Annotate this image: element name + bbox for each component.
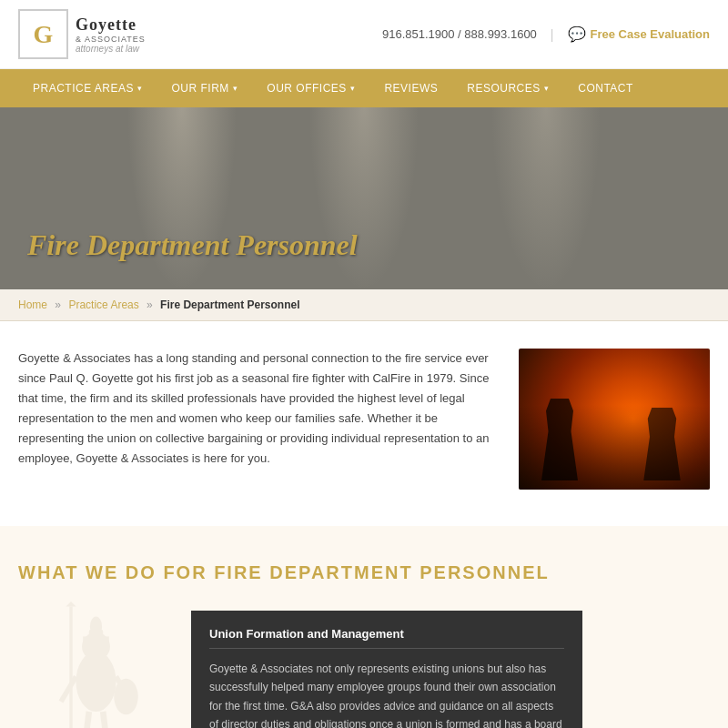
logo-firm-name: Goyette [76,15,146,35]
nav-our-offices[interactable]: OUR OFFICES ▾ [252,69,369,107]
svg-point-6 [90,617,102,637]
breadcrumb-current: Fire Department Personnel [160,298,299,311]
union-card-title: Union Formation and Management [209,627,564,649]
main-nav: PRACTICE AREAS ▾ OUR FIRM ▾ OUR OFFICES … [0,69,728,107]
svg-line-9 [83,712,89,728]
logo-box: G [18,9,68,59]
breadcrumb: Home » Practice Areas » Fire Department … [0,289,728,321]
free-case-evaluation-link[interactable]: 💬 Free Case Evaluation [568,25,711,43]
chevron-down-icon: ▾ [544,84,550,93]
nav-reviews[interactable]: REVIEWS [369,69,452,107]
logo[interactable]: G Goyette & ASSOCIATES attorneys at law [18,9,146,59]
chat-icon: 💬 [568,25,586,43]
nav-our-firm[interactable]: OUR FIRM ▾ [157,69,253,107]
logo-tagline: attorneys at law [76,44,146,54]
chevron-down-icon: ▾ [137,84,143,93]
breadcrumb-home[interactable]: Home [18,298,47,311]
svg-point-2 [76,652,116,712]
firefighter-image-wrapper [519,349,710,490]
warrior-svg [18,602,164,728]
hero-background [0,107,728,289]
free-case-label: Free Case Evaluation [591,27,711,41]
breadcrumb-practice-areas[interactable]: Practice Areas [68,298,138,311]
what-we-do-section: WHAT WE DO FOR FIRE DEPARTMENT PERSONNEL [0,526,728,728]
svg-marker-1 [66,602,76,607]
logo-associates: & ASSOCIATES [76,35,146,44]
what-inner: Union Formation and Management Goyette &… [18,611,710,728]
nav-contact[interactable]: CONTACT [563,69,648,107]
warrior-background-image [18,602,182,728]
nav-practice-areas[interactable]: PRACTICE AREAS ▾ [18,69,157,107]
content-body-text: Goyette & Associates has a long standing… [18,349,491,470]
breadcrumb-sep2: » [147,298,156,311]
svg-line-7 [61,677,76,703]
logo-text-block: Goyette & ASSOCIATES attorneys at law [76,15,146,54]
section-title: WHAT WE DO FOR FIRE DEPARTMENT PERSONNEL [18,562,710,583]
site-header: G Goyette & ASSOCIATES attorneys at law … [0,0,728,69]
union-card: Union Formation and Management Goyette &… [191,611,582,728]
main-content: Goyette & Associates has a long standing… [0,321,728,526]
firefighter-image [519,349,710,490]
chevron-down-icon: ▾ [233,84,238,93]
header-divider: | [551,27,554,42]
breadcrumb-sep1: » [55,298,64,311]
hero-title: Fire Department Personnel [27,228,358,262]
firefighter-silhouette-2 [642,408,682,480]
chevron-down-icon: ▾ [350,84,356,93]
nav-resources[interactable]: RESOURCES ▾ [452,69,563,107]
union-card-body: Goyette & Associates not only represents… [209,660,564,728]
logo-letter: G [34,20,54,49]
header-right: 916.851.1900 / 888.993.1600 | 💬 Free Cas… [382,25,710,43]
firefighter-silhouette-1 [537,399,582,480]
svg-point-11 [114,679,137,715]
svg-line-10 [103,712,109,728]
content-inner: Goyette & Associates has a long standing… [18,349,710,490]
phone-number[interactable]: 916.851.1900 / 888.993.1600 [382,27,537,41]
hero-section: Fire Department Personnel [0,107,728,289]
